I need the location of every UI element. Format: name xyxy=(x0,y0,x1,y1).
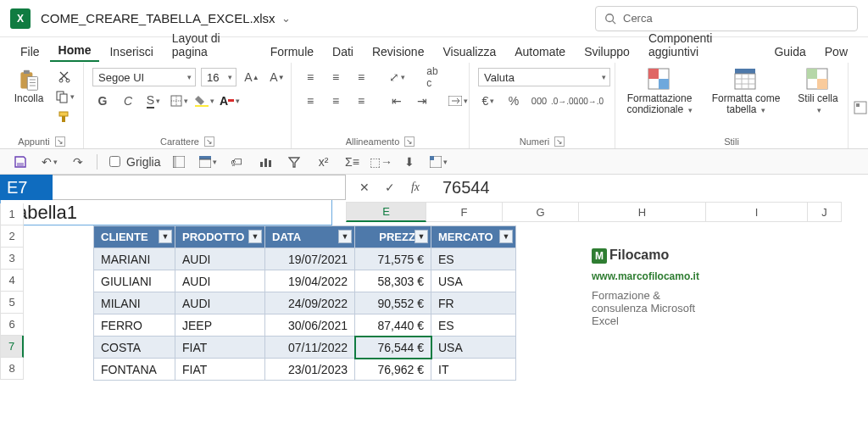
name-box[interactable]: E7 xyxy=(0,175,53,200)
qat-superscript-icon[interactable]: x² xyxy=(313,153,333,170)
row-header-7[interactable]: 7 xyxy=(0,336,24,358)
row-header-1[interactable]: 1 xyxy=(0,203,24,225)
align-bottom-button[interactable]: ≡ xyxy=(351,69,371,86)
align-right-button[interactable]: ≡ xyxy=(351,92,371,109)
col-header-h[interactable]: H xyxy=(579,202,706,222)
increase-font-button[interactable]: A▲ xyxy=(242,69,262,86)
qat-fill-icon[interactable]: ⬇ xyxy=(399,153,420,170)
increase-decimal-button[interactable]: .0→.00 xyxy=(554,92,575,109)
filter-button[interactable]: ▼ xyxy=(338,230,352,243)
formula-value[interactable]: 76544 xyxy=(434,178,498,198)
row-header-8[interactable]: 8 xyxy=(0,358,24,380)
more-commands-button[interactable] xyxy=(850,99,869,116)
number-format-select[interactable]: Valuta▾ xyxy=(478,68,610,86)
tab-power[interactable]: Pow xyxy=(816,40,856,62)
tab-insert[interactable]: Inserisci xyxy=(101,40,161,62)
clipboard-launcher[interactable]: ↘ xyxy=(55,136,65,147)
paste-button[interactable]: Incolla xyxy=(8,68,49,104)
row-header-3[interactable]: 3 xyxy=(0,248,24,270)
cancel-formula-button[interactable]: ✕ xyxy=(354,179,375,196)
tab-data[interactable]: Dati xyxy=(324,40,362,62)
tab-addins[interactable]: Componenti aggiuntivi xyxy=(640,26,765,62)
conditional-formatting-button[interactable]: Formattazione condizionale ▾ xyxy=(624,68,695,115)
accounting-format-button[interactable]: €▾ xyxy=(478,92,498,109)
align-left-button[interactable]: ≡ xyxy=(300,92,320,109)
decrease-decimal-button[interactable]: .00→.0 xyxy=(580,92,600,109)
save-button[interactable] xyxy=(10,153,31,170)
underline-button[interactable]: S▾ xyxy=(143,92,164,109)
qat-table-icon[interactable]: ▾ xyxy=(198,153,218,170)
filename[interactable]: COME_CREARE_TABELLA_EXCEL.xlsx xyxy=(41,11,275,25)
increase-indent-button[interactable]: ⇥ xyxy=(412,92,432,109)
copy-button[interactable]: ▾ xyxy=(54,88,75,105)
undo-button[interactable]: ↶▾ xyxy=(39,153,59,170)
tab-home[interactable]: Home xyxy=(50,38,100,62)
qat-freeze-icon[interactable] xyxy=(169,153,189,170)
tab-view[interactable]: Visualizza xyxy=(434,40,504,62)
tab-formulas[interactable]: Formule xyxy=(262,40,322,62)
decrease-font-button[interactable]: A▼ xyxy=(267,69,287,86)
filter-button[interactable]: ▼ xyxy=(499,230,513,243)
tab-review[interactable]: Revisione xyxy=(364,40,432,62)
font-launcher[interactable]: ↘ xyxy=(204,136,214,147)
decrease-indent-button[interactable]: ⇤ xyxy=(387,92,407,109)
thousands-button[interactable]: 000 xyxy=(529,92,549,109)
tab-file[interactable]: File xyxy=(12,40,48,62)
tab-automate[interactable]: Automate xyxy=(506,40,574,62)
col-header-f[interactable]: F xyxy=(426,202,503,222)
qat-tag-icon[interactable]: 🏷 xyxy=(226,153,247,170)
font-name-select[interactable]: Segoe UI▾ xyxy=(92,68,196,86)
qat-pivottable-icon[interactable]: ▾ xyxy=(428,153,448,170)
format-as-table-button[interactable]: Formatta come tabella ▾ xyxy=(710,68,782,115)
percent-button[interactable]: % xyxy=(504,92,524,109)
fx-icon[interactable]: fx xyxy=(405,179,426,196)
svg-rect-30 xyxy=(807,69,817,79)
wrap-text-button[interactable]: abc xyxy=(422,69,442,86)
format-painter-button[interactable] xyxy=(54,108,75,125)
filter-button[interactable]: ▼ xyxy=(248,230,262,243)
col-header-e[interactable]: E xyxy=(346,202,426,222)
data-table[interactable]: CLIENTE▼ PRODOTTO▼ DATA▼ PREZZO▼ MERCATO… xyxy=(93,225,516,381)
row-header-2[interactable]: 2 xyxy=(0,225,24,248)
italic-button[interactable]: C xyxy=(118,92,138,109)
col-header-j[interactable]: J xyxy=(808,202,842,222)
orientation-button[interactable]: ⤢▾ xyxy=(387,69,407,86)
align-launcher[interactable]: ↘ xyxy=(404,136,415,147)
bold-button[interactable]: G xyxy=(92,92,113,109)
grid-checkbox[interactable] xyxy=(109,156,120,167)
number-launcher[interactable]: ↘ xyxy=(554,136,565,147)
tab-developer[interactable]: Sviluppo xyxy=(576,40,638,62)
row-header-5[interactable]: 5 xyxy=(0,292,24,314)
qat-filter-icon[interactable] xyxy=(284,153,304,170)
col-header-i[interactable]: I xyxy=(706,202,808,222)
qat-chart-icon[interactable] xyxy=(255,153,275,170)
enter-formula-button[interactable]: ✓ xyxy=(380,179,400,196)
filter-button[interactable]: ▼ xyxy=(159,230,172,243)
cell-styles-button[interactable]: Stili cella ▾ xyxy=(797,68,839,115)
col-header-g[interactable]: G xyxy=(503,202,579,222)
fill-color-button[interactable]: ▾ xyxy=(194,92,214,109)
ribbon-tabs: File Home Inserisci Layout di pagina For… xyxy=(0,37,868,63)
tab-layout[interactable]: Layout di pagina xyxy=(164,26,260,62)
tab-help[interactable]: Guida xyxy=(765,40,814,62)
table-name-input[interactable] xyxy=(0,200,332,225)
align-center-button[interactable]: ≡ xyxy=(326,92,346,109)
selected-cell[interactable]: 76,544 € xyxy=(355,337,431,359)
qat-subtotal-icon[interactable]: Σ≡ xyxy=(342,153,362,170)
redo-button[interactable]: ↷ xyxy=(68,153,88,170)
chevron-down-icon[interactable]: ⌄ xyxy=(281,12,291,25)
row-header-4[interactable]: 4 xyxy=(0,270,24,292)
note-link[interactable]: www.marcofilocamo.it xyxy=(592,270,699,282)
align-middle-button[interactable]: ≡ xyxy=(326,69,346,86)
qat-consolidate-icon[interactable]: ⬚→ xyxy=(370,153,391,170)
cut-button[interactable] xyxy=(54,68,75,85)
font-size-select[interactable]: 16▾ xyxy=(201,68,236,86)
row-header-6[interactable]: 6 xyxy=(0,314,24,336)
grid-toggle[interactable]: Griglia xyxy=(106,153,160,170)
align-top-button[interactable]: ≡ xyxy=(300,69,320,86)
merge-button[interactable]: ▾ xyxy=(448,92,468,109)
name-box-dropdown[interactable] xyxy=(53,175,346,200)
font-color-button[interactable]: A▾ xyxy=(220,92,240,109)
filter-button[interactable]: ▼ xyxy=(415,230,428,243)
borders-button[interactable]: ▾ xyxy=(169,92,189,109)
